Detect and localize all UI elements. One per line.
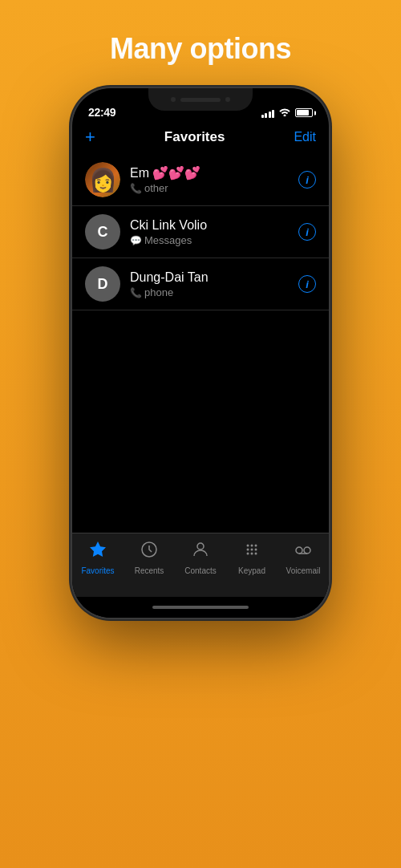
contact-info-dung: Dung-Dai Tan 📞 phone bbox=[130, 270, 289, 299]
svg-point-1 bbox=[197, 543, 204, 550]
contact-item-em[interactable]: Em 💕💕💕 📞 other i bbox=[72, 154, 329, 206]
contact-sublabel-em: other bbox=[144, 182, 168, 194]
status-icons bbox=[261, 107, 314, 119]
tab-label-contacts: Contacts bbox=[184, 566, 216, 575]
star-icon bbox=[88, 540, 107, 564]
phone-frame: 22:49 + Favori bbox=[72, 88, 329, 618]
avatar-photo-em bbox=[85, 162, 120, 197]
notch-dot-2 bbox=[225, 97, 230, 102]
contact-sublabel-cki: Messages bbox=[144, 234, 192, 246]
battery-icon bbox=[295, 108, 313, 117]
avatar-em bbox=[85, 162, 120, 197]
tab-recents[interactable]: Recents bbox=[124, 540, 175, 575]
signal-bars-icon bbox=[261, 108, 275, 118]
voicemail-icon bbox=[294, 540, 313, 564]
svg-point-10 bbox=[255, 553, 257, 555]
svg-point-7 bbox=[255, 549, 257, 551]
phone-icon-dung: 📞 bbox=[130, 287, 142, 298]
svg-point-2 bbox=[247, 545, 249, 547]
message-icon-cki: 💬 bbox=[130, 235, 142, 246]
contact-item-cki[interactable]: C Cki Link Volio 💬 Messages i bbox=[72, 206, 329, 258]
contact-name-dung: Dung-Dai Tan bbox=[130, 270, 289, 286]
svg-point-9 bbox=[251, 553, 253, 555]
avatar-letter-cki: C bbox=[98, 224, 108, 241]
avatar-letter-dung: D bbox=[98, 276, 108, 293]
page-title: Many options bbox=[110, 32, 291, 66]
contact-info-cki: Cki Link Volio 💬 Messages bbox=[130, 217, 289, 247]
avatar-cki: C bbox=[85, 214, 120, 249]
contact-sub-dung: 📞 phone bbox=[130, 286, 289, 298]
signal-bar-1 bbox=[261, 115, 264, 118]
signal-bar-4 bbox=[272, 110, 274, 118]
tab-favorites[interactable]: Favorites bbox=[72, 540, 124, 575]
tab-label-voicemail: Voicemail bbox=[286, 566, 321, 575]
add-favorite-button[interactable]: + bbox=[85, 127, 95, 148]
info-button-em[interactable]: i bbox=[298, 171, 316, 189]
svg-point-11 bbox=[296, 547, 302, 554]
tab-voicemail[interactable]: Voicemail bbox=[277, 540, 329, 575]
contact-name-cki: Cki Link Volio bbox=[130, 217, 289, 234]
phone-screen: 22:49 + Favori bbox=[72, 88, 329, 618]
home-bar bbox=[152, 606, 249, 609]
notch-dot bbox=[171, 97, 176, 102]
grid-icon bbox=[242, 540, 261, 564]
contact-sub-em: 📞 other bbox=[130, 182, 289, 194]
phone-icon-em: 📞 bbox=[130, 183, 142, 194]
tab-label-keypad: Keypad bbox=[238, 566, 265, 575]
tab-label-recents: Recents bbox=[135, 566, 164, 575]
contact-name-em: Em 💕💕💕 bbox=[130, 165, 289, 182]
info-button-dung[interactable]: i bbox=[298, 275, 316, 293]
contact-info-em: Em 💕💕💕 📞 other bbox=[130, 165, 289, 195]
svg-point-3 bbox=[251, 545, 253, 547]
contact-sub-cki: 💬 Messages bbox=[130, 234, 289, 246]
tab-bar: Favorites Recents bbox=[72, 533, 329, 597]
person-icon bbox=[191, 540, 210, 564]
nav-header: + Favorites Edit bbox=[72, 124, 329, 154]
status-time: 22:49 bbox=[88, 106, 115, 119]
signal-bar-3 bbox=[269, 112, 271, 118]
contact-item-dung[interactable]: D Dung-Dai Tan 📞 phone i bbox=[72, 258, 329, 310]
avatar-dung: D bbox=[85, 266, 120, 302]
home-indicator bbox=[72, 597, 329, 618]
contacts-list: Em 💕💕💕 📞 other i C Cki Link Volio 💬 bbox=[72, 154, 329, 343]
svg-point-8 bbox=[247, 553, 249, 555]
tab-label-favorites: Favorites bbox=[81, 566, 114, 575]
svg-point-6 bbox=[251, 549, 253, 551]
signal-bar-2 bbox=[265, 113, 267, 118]
empty-space bbox=[72, 343, 329, 533]
svg-point-5 bbox=[247, 549, 249, 551]
clock-icon bbox=[140, 540, 159, 564]
contact-sublabel-dung: phone bbox=[144, 286, 173, 298]
svg-point-4 bbox=[255, 545, 257, 547]
edit-button[interactable]: Edit bbox=[294, 130, 316, 144]
info-button-cki[interactable]: i bbox=[298, 223, 316, 241]
notch-pill bbox=[180, 98, 221, 102]
notch bbox=[148, 88, 253, 111]
nav-title: Favorites bbox=[164, 129, 225, 145]
svg-point-12 bbox=[304, 547, 310, 554]
battery-fill bbox=[297, 110, 309, 116]
wifi-icon bbox=[278, 107, 291, 119]
tab-keypad[interactable]: Keypad bbox=[226, 540, 277, 575]
tab-contacts[interactable]: Contacts bbox=[175, 540, 226, 575]
